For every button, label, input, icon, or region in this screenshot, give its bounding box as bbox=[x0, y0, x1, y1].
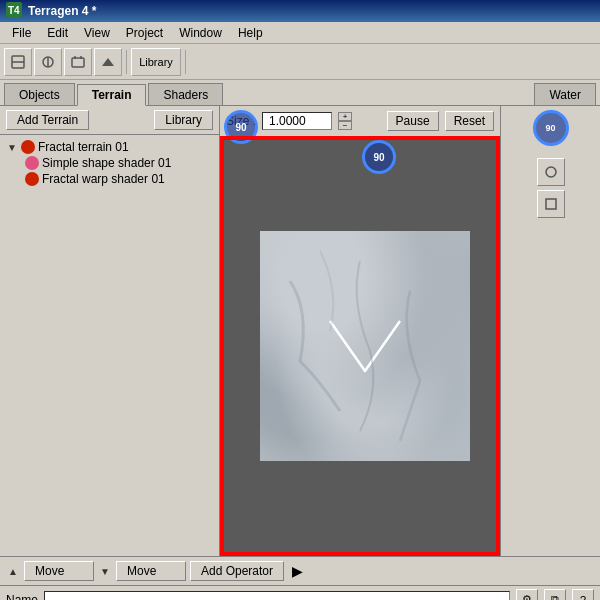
right-panel: 90 bbox=[500, 106, 600, 556]
menu-project[interactable]: Project bbox=[118, 24, 171, 42]
size-minus-button[interactable]: − bbox=[338, 121, 352, 130]
toolbar-btn-1[interactable] bbox=[4, 48, 32, 76]
app-icon: T4 bbox=[6, 2, 22, 21]
toolbar-btn-3[interactable] bbox=[64, 48, 92, 76]
name-label: Name bbox=[6, 593, 38, 601]
right-tool-btn-1[interactable] bbox=[537, 158, 565, 186]
toolbar-btn-2[interactable] bbox=[34, 48, 62, 76]
app-title: Terragen 4 * bbox=[28, 4, 96, 18]
library-button[interactable]: Library bbox=[154, 110, 213, 130]
left-panel: Add Terrain Library ▼ Fractal terrain 01… bbox=[0, 106, 220, 556]
terrain-preview bbox=[230, 136, 500, 556]
center-panel: Size : 1.0000 + − Pause Reset 90 90 bbox=[220, 106, 500, 556]
toolbar-separator-1 bbox=[126, 50, 127, 74]
preview-toolbar: Size : 1.0000 + − Pause Reset bbox=[220, 106, 500, 136]
menu-edit[interactable]: Edit bbox=[39, 24, 76, 42]
tree-item-warp-shader[interactable]: Fractal warp shader 01 bbox=[20, 171, 215, 187]
terrain-image bbox=[260, 231, 470, 461]
svg-rect-10 bbox=[546, 199, 556, 209]
add-operator-button[interactable]: Add Operator bbox=[190, 561, 284, 581]
menu-bar: File Edit View Project Window Help bbox=[0, 22, 600, 44]
move-bar-1: ▲ Move ▼ Move Add Operator ▶ bbox=[0, 557, 600, 585]
expand-arrow-2: ▼ bbox=[98, 564, 112, 578]
menu-view[interactable]: View bbox=[76, 24, 118, 42]
tab-bar: Objects Terrain Shaders Water bbox=[0, 80, 600, 106]
toolbar-separator-2 bbox=[185, 50, 186, 74]
bottom-area: ▲ Move ▼ Move Add Operator ▶ Name ⚙ ⧉ ? … bbox=[0, 556, 600, 600]
reset-button[interactable]: Reset bbox=[445, 111, 494, 131]
menu-file[interactable]: File bbox=[4, 24, 39, 42]
right-icon-button[interactable]: 90 bbox=[533, 110, 569, 146]
rot-handle-right-label: 90 bbox=[373, 152, 384, 163]
tab-shaders[interactable]: Shaders bbox=[148, 83, 223, 105]
move-label-1: Move bbox=[35, 564, 64, 578]
rotation-handle-right[interactable]: 90 bbox=[362, 140, 396, 174]
move-label-2: Move bbox=[127, 564, 156, 578]
tree-item-label-warp: Fractal warp shader 01 bbox=[42, 172, 165, 186]
toolbar-btn-4[interactable] bbox=[94, 48, 122, 76]
help-icon-button[interactable]: ? bbox=[572, 589, 594, 601]
tree-item-icon-red bbox=[21, 140, 35, 154]
settings-icon-button[interactable]: ⚙ bbox=[516, 589, 538, 601]
tree-item-label-fractal: Fractal terrain 01 bbox=[38, 140, 129, 154]
move-button-2[interactable]: Move bbox=[116, 561, 186, 581]
title-bar: T4 Terragen 4 * bbox=[0, 0, 600, 22]
rotation-handle-left[interactable]: 90 bbox=[224, 110, 258, 144]
tree-item-icon-pink bbox=[25, 156, 39, 170]
toolbar-btn-library[interactable]: Library bbox=[131, 48, 181, 76]
tree-item-label-simple: Simple shape shader 01 bbox=[42, 156, 171, 170]
rot-handle-left-label: 90 bbox=[235, 122, 246, 133]
name-bar: Name ⚙ ⧉ ? bbox=[0, 585, 600, 600]
size-plus-button[interactable]: + bbox=[338, 112, 352, 121]
svg-text:T4: T4 bbox=[8, 5, 20, 16]
copy-icon-button[interactable]: ⧉ bbox=[544, 589, 566, 601]
tree-item-simple-shader[interactable]: Simple shape shader 01 bbox=[20, 155, 215, 171]
size-value[interactable]: 1.0000 bbox=[262, 112, 332, 130]
tab-terrain[interactable]: Terrain bbox=[77, 84, 147, 106]
tab-objects[interactable]: Objects bbox=[4, 83, 75, 105]
toolbar: Library bbox=[0, 44, 600, 80]
add-terrain-bar: Add Terrain Library bbox=[0, 106, 219, 135]
expand-arrow-1: ▲ bbox=[6, 564, 20, 578]
svg-rect-6 bbox=[72, 58, 84, 67]
right-tool-btn-2[interactable] bbox=[537, 190, 565, 218]
menu-window[interactable]: Window bbox=[171, 24, 230, 42]
tab-water[interactable]: Water bbox=[534, 83, 596, 105]
name-input[interactable] bbox=[44, 591, 510, 601]
svg-point-9 bbox=[546, 167, 556, 177]
main-area: Add Terrain Library ▼ Fractal terrain 01… bbox=[0, 106, 600, 556]
right-icon-label: 90 bbox=[545, 123, 555, 133]
menu-help[interactable]: Help bbox=[230, 24, 271, 42]
add-terrain-button[interactable]: Add Terrain bbox=[6, 110, 89, 130]
expand-right-icon[interactable]: ▶ bbox=[292, 563, 303, 579]
tree-toggle-icon[interactable]: ▼ bbox=[6, 141, 18, 153]
size-stepper: + − bbox=[338, 112, 352, 130]
tree-children: Simple shape shader 01 Fractal warp shad… bbox=[20, 155, 215, 187]
move-button-1[interactable]: Move bbox=[24, 561, 94, 581]
tree-view: ▼ Fractal terrain 01 Simple shape shader… bbox=[0, 135, 219, 556]
tree-item-fractal-terrain[interactable]: ▼ Fractal terrain 01 bbox=[4, 139, 215, 155]
pause-button[interactable]: Pause bbox=[387, 111, 439, 131]
tree-item-icon-warp bbox=[25, 172, 39, 186]
